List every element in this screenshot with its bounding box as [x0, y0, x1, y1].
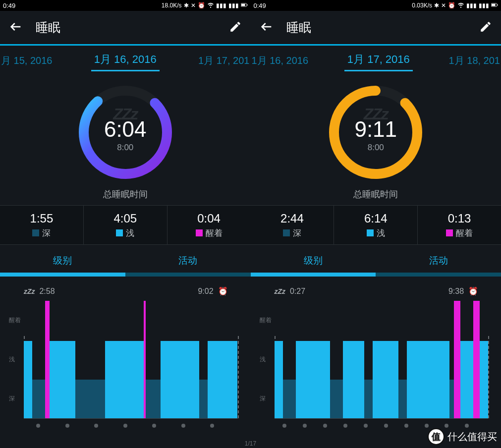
svg-rect-1 [241, 3, 245, 5]
awake-label: 醒着 [456, 227, 473, 239]
dot [181, 424, 185, 428]
light-color-swatch [116, 229, 123, 236]
sleep-segment [296, 341, 330, 418]
dot [404, 424, 408, 428]
sleep-start-icon: zZz [24, 287, 35, 295]
dot [425, 424, 429, 428]
dot [364, 424, 368, 428]
sleep-segment [460, 341, 473, 418]
sleep-breakdown: 1:55 深 4:05 浅 0:04 醒着 [0, 205, 251, 245]
chart-tabs: 级别 活动 [251, 245, 501, 277]
status-bar: 0:49 0.03K/s ✱ ✕ ⏰ ▮▮▮ ▮▮▮ [251, 0, 501, 11]
zzz-icon: ZZz [364, 105, 388, 123]
signal-icon: ▮▮▮ [216, 2, 226, 9]
prev-date[interactable]: 月 15, 2016 [0, 54, 52, 67]
deep-sleep: 1:55 深 [0, 206, 84, 244]
sleep-end-time: 9:02 [198, 287, 213, 295]
date-selector[interactable]: 1月 16, 2016 1月 17, 2016 1月 18, 201 [251, 46, 501, 75]
awake-sleep: 0:04 醒着 [167, 206, 251, 244]
awake-time: 0:13 [448, 212, 471, 225]
sleep-ring: ZZz 9:11 8:00 总睡眠时间 [251, 75, 501, 205]
dot [323, 424, 327, 428]
sleep-segment [343, 341, 364, 418]
dot [343, 424, 347, 428]
vibrate-icon: ✕ [191, 2, 196, 9]
status-clock: 0:49 [254, 2, 266, 9]
awake-sleep: 0:13 醒着 [418, 206, 501, 244]
timeline-dots [9, 419, 242, 428]
deep-color-swatch [283, 229, 290, 236]
page-indicator: 1/17 [245, 440, 256, 447]
page-title: 睡眠 [36, 19, 60, 36]
sleep-segment [398, 380, 407, 418]
edit-button[interactable] [229, 20, 242, 35]
light-sleep: 4:05 浅 [84, 206, 167, 244]
current-date[interactable]: 1月 16, 2016 [91, 50, 160, 71]
zzz-icon: ZZz [113, 105, 137, 123]
sleep-segment [454, 301, 460, 418]
dot [445, 424, 448, 428]
light-label: 浅 [126, 227, 134, 239]
chart-tabs: 级别 活动 [0, 245, 251, 277]
prev-date[interactable]: 1月 16, 2016 [251, 54, 309, 67]
signal-icon: ▮▮▮ [466, 2, 477, 9]
dot [384, 424, 388, 428]
tab-activity[interactable]: 活动 [376, 245, 501, 277]
awake-time: 0:04 [197, 212, 221, 225]
signal-icon-2: ▮▮▮ [228, 2, 239, 9]
current-date[interactable]: 1月 17, 2016 [344, 50, 413, 71]
svg-rect-7 [497, 4, 498, 5]
sleep-segment [407, 341, 449, 418]
battery-icon [491, 1, 498, 10]
sleep-segment [330, 380, 343, 418]
back-button[interactable] [9, 20, 23, 36]
edit-button[interactable] [479, 20, 492, 35]
deep-sleep: 2:44 深 [251, 206, 334, 244]
sleep-segment [275, 341, 283, 418]
bluetooth-icon: ✱ [184, 2, 189, 9]
vibrate-icon: ✕ [441, 2, 446, 9]
sleep-segment [24, 341, 32, 418]
sleep-segment [364, 380, 373, 418]
y-deep: 深 [9, 394, 21, 403]
net-speed: 0.03K/s [412, 2, 432, 9]
tab-levels[interactable]: 级别 [0, 245, 125, 277]
next-date[interactable]: 1月 18, 201 [449, 54, 501, 67]
sleep-start-icon: zZz [275, 287, 286, 295]
y-deep: 深 [260, 394, 272, 403]
panel-jan17: 0:49 0.03K/s ✱ ✕ ⏰ ▮▮▮ ▮▮▮ [251, 0, 501, 448]
sleep-level-chart: zZz 0:27 9:38 ⏰ 醒着 浅 深 [251, 277, 501, 448]
battery-icon [241, 1, 248, 10]
net-speed: 18.0K/s [162, 2, 182, 9]
deep-label: 深 [293, 227, 301, 239]
tab-activity[interactable]: 活动 [125, 245, 251, 277]
svg-rect-6 [492, 3, 496, 5]
sleep-segment [449, 380, 454, 418]
deep-label: 深 [42, 227, 51, 239]
tab-levels[interactable]: 级别 [251, 245, 376, 277]
svg-rect-2 [247, 4, 247, 5]
dot [123, 424, 127, 428]
app-header: 睡眠 [0, 11, 251, 46]
dot [210, 424, 214, 428]
total-sleep-label: 总睡眠时间 [353, 188, 398, 200]
deep-color-swatch [32, 229, 39, 236]
date-selector[interactable]: 月 15, 2016 1月 16, 2016 1月 17, 201 [0, 46, 251, 75]
alarm-end-icon: ⏰ [468, 287, 478, 295]
back-button[interactable] [260, 20, 274, 36]
alarm-icon: ⏰ [198, 2, 205, 9]
sleep-ring: ZZz 6:04 8:00 总睡眠时间 [0, 75, 251, 205]
sleep-start-time: 0:27 [290, 287, 305, 295]
next-date[interactable]: 1月 17, 201 [198, 54, 250, 67]
sleep-segment [283, 380, 296, 418]
status-icons: 0.03K/s ✱ ✕ ⏰ ▮▮▮ ▮▮▮ [412, 1, 498, 10]
bluetooth-icon: ✱ [434, 2, 439, 9]
sleep-segment [480, 341, 488, 418]
dot [465, 424, 469, 428]
sleep-level-chart: zZz 2:58 9:02 ⏰ 醒着 浅 深 [0, 277, 251, 448]
watermark-badge: 值 [428, 428, 445, 445]
signal-icon-2: ▮▮▮ [479, 2, 489, 9]
sleep-segment [473, 301, 480, 418]
wifi-icon [457, 1, 464, 10]
sleep-start-time: 2:58 [39, 287, 55, 295]
